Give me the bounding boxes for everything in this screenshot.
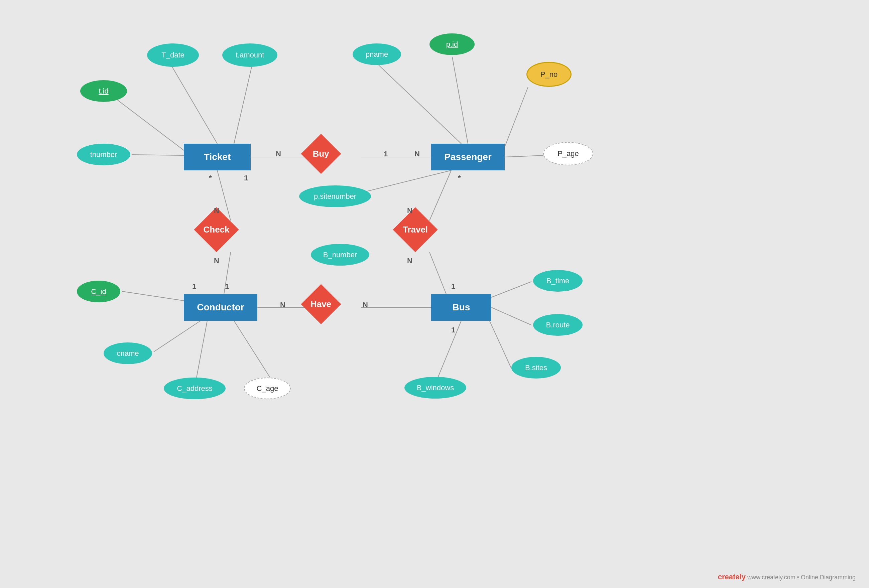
attr-tnumber-label: tnumber (90, 150, 117, 159)
watermark-brand: creately (718, 573, 746, 581)
diagram-canvas: Ticket Passenger Conductor Bus Buy Check… (0, 0, 869, 588)
card-ticket-buy-n: N (276, 150, 281, 158)
entity-conductor[interactable]: Conductor (184, 294, 257, 321)
card-conductor-1-left: 1 (192, 282, 196, 291)
attr-p-sitenumber[interactable]: p.sitenumber (299, 185, 371, 207)
attr-t-date-label: T_date (162, 51, 184, 59)
card-ticket-star: * (209, 174, 212, 182)
svg-line-24 (488, 317, 512, 369)
card-check-n-bot: N (214, 256, 219, 265)
attr-p-age-label: P_age (558, 150, 579, 158)
attr-t-date[interactable]: T_date (147, 43, 199, 67)
card-travel-n-bot: N (407, 256, 412, 265)
entity-ticket-label: Ticket (204, 152, 231, 162)
attr-c-id[interactable]: C_id (77, 281, 120, 302)
relationship-buy[interactable]: Buy (301, 134, 341, 174)
attr-p-id[interactable]: p.id (430, 33, 475, 55)
watermark: creately www.creately.com • Online Diagr… (718, 573, 856, 581)
svg-line-6 (379, 65, 461, 144)
svg-line-3 (132, 155, 184, 156)
card-passenger-buy-n: N (414, 150, 420, 158)
card-ticket-1: 1 (244, 174, 248, 182)
svg-line-20 (197, 321, 207, 378)
attr-pname[interactable]: pname (353, 43, 401, 65)
card-travel-n-top: N (407, 206, 412, 215)
svg-line-25 (438, 321, 461, 378)
svg-line-23 (491, 307, 531, 325)
card-conductor-1-right: 1 (225, 282, 229, 291)
attr-b-windows-label: B_windows (417, 384, 454, 392)
attr-t-id[interactable]: t.id (80, 80, 127, 102)
attr-b-sites[interactable]: B.sites (512, 357, 561, 379)
svg-line-8 (505, 87, 528, 147)
entity-ticket[interactable]: Ticket (184, 144, 251, 170)
card-bus-1-top: 1 (451, 282, 455, 291)
attr-b-number[interactable]: B_number (311, 244, 369, 266)
entity-passenger-label: Passenger (444, 152, 492, 162)
attr-b-windows[interactable]: B_windows (405, 377, 466, 398)
entity-conductor-label: Conductor (197, 302, 244, 313)
attr-t-amount[interactable]: t.amount (222, 43, 277, 67)
card-passenger-star: * (458, 174, 461, 182)
svg-line-1 (234, 67, 252, 144)
attr-c-age-label: C_age (257, 384, 279, 393)
attr-b-route-label: B.route (546, 321, 570, 329)
svg-line-21 (234, 321, 270, 378)
attr-c-address[interactable]: C_address (164, 378, 225, 399)
attr-p-no[interactable]: P_no (526, 62, 571, 87)
attr-p-no-label: P_no (540, 70, 558, 79)
svg-line-14 (430, 252, 446, 294)
attr-p-id-label: p.id (446, 40, 458, 49)
entity-bus-label: Bus (452, 302, 470, 313)
attr-c-id-label: C_id (91, 287, 106, 296)
attr-tnumber[interactable]: tnumber (77, 144, 130, 165)
svg-line-9 (505, 156, 545, 157)
card-have-bus-n: N (363, 301, 368, 310)
card-conductor-have-n: N (280, 301, 285, 310)
card-check-n-top: N (214, 206, 219, 215)
entity-passenger[interactable]: Passenger (431, 144, 505, 170)
attr-b-time[interactable]: B_time (533, 270, 583, 292)
attr-b-time-label: B_time (546, 277, 569, 285)
entity-bus[interactable]: Bus (431, 294, 491, 321)
attr-t-amount-label: t.amount (236, 51, 264, 59)
attr-cname-label: cname (117, 349, 139, 358)
watermark-text: www.creately.com • Online Diagramming (747, 574, 856, 581)
relationship-travel[interactable]: Travel (393, 207, 438, 252)
attr-pname-label: pname (366, 50, 388, 59)
attr-b-sites-label: B.sites (525, 363, 547, 372)
svg-line-18 (122, 291, 184, 301)
attr-t-id-label: t.id (99, 87, 108, 96)
attr-b-number-label: B_number (323, 250, 357, 259)
card-bus-1-bot: 1 (451, 326, 455, 335)
svg-line-0 (172, 67, 217, 144)
attr-b-route[interactable]: B.route (533, 314, 583, 336)
svg-line-22 (491, 281, 531, 297)
attr-p-age[interactable]: P_age (543, 142, 593, 165)
svg-line-2 (110, 95, 184, 150)
card-buy-passenger-1: 1 (384, 150, 388, 158)
attr-cname[interactable]: cname (104, 342, 152, 364)
attr-c-address-label: C_address (177, 384, 212, 393)
attr-p-sitenumber-label: p.sitenumber (314, 192, 356, 201)
svg-line-19 (154, 321, 200, 352)
svg-line-7 (452, 57, 468, 144)
relationship-have[interactable]: Have (301, 284, 341, 324)
attr-c-age[interactable]: C_age (244, 378, 291, 399)
